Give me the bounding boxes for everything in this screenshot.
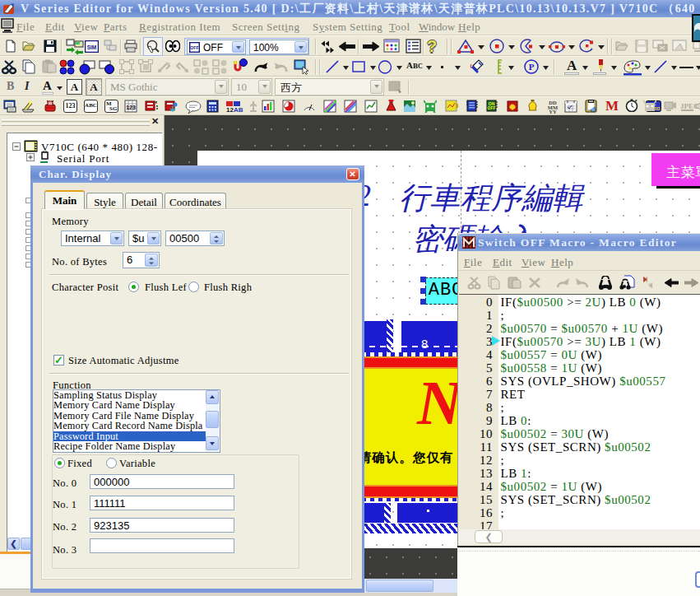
svg-text:123: 123	[126, 105, 136, 110]
svg-text:OFF: OFF	[190, 45, 198, 50]
svg-text:OFF: OFF	[488, 105, 496, 110]
svg-text:AB: AB	[234, 106, 243, 114]
svg-text:SIM: SIM	[87, 44, 97, 50]
svg-text:P: P	[529, 62, 535, 72]
